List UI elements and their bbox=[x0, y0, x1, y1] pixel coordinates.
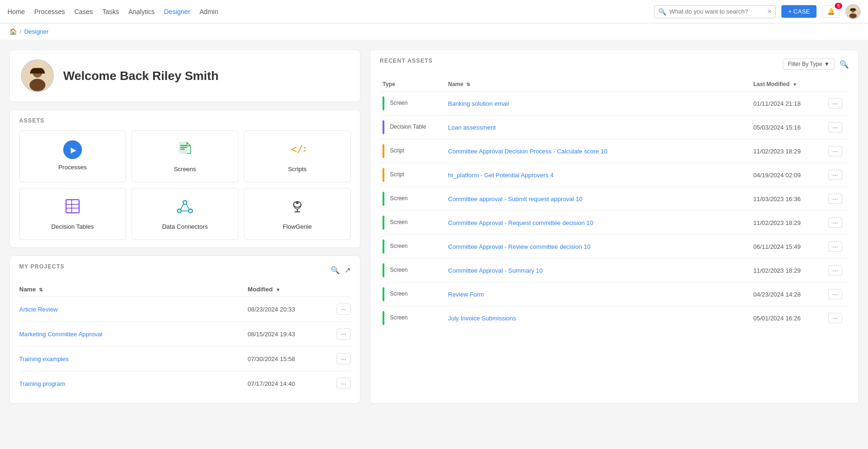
nav-cases[interactable]: Cases bbox=[74, 8, 93, 15]
search-clear-button[interactable]: × bbox=[767, 7, 772, 16]
asset-decision-tables[interactable]: Decision Tables bbox=[19, 188, 126, 240]
asset-type-label: Screen bbox=[390, 195, 408, 202]
nav-tasks[interactable]: Tasks bbox=[102, 8, 119, 15]
modified-sort-icon[interactable]: ▼ bbox=[793, 82, 797, 87]
asset-name-cell: Committee Approval - Summary 10 bbox=[445, 259, 750, 282]
asset-type-cell: Screen bbox=[380, 282, 445, 306]
projects-table-header: Name ⇅ Modified ▼ bbox=[19, 282, 351, 297]
asset-modified-cell: 04/23/2024 14:28 bbox=[750, 282, 825, 306]
welcome-title: Welcome Back Riley Smith bbox=[63, 69, 219, 83]
search-input[interactable] bbox=[669, 8, 767, 15]
asset-name-cell: Committee Approval - Request committee d… bbox=[445, 211, 750, 235]
project-name[interactable]: Training examples bbox=[19, 355, 248, 362]
user-avatar[interactable] bbox=[846, 4, 861, 19]
asset-options-button[interactable]: ··· bbox=[828, 194, 842, 204]
asset-processes[interactable]: Processes bbox=[19, 130, 126, 182]
recent-asset-row: Screen Committee Approval - Request comm… bbox=[380, 211, 849, 235]
breadcrumb-designer[interactable]: Designer bbox=[24, 28, 49, 35]
notifications-badge: 6 bbox=[835, 3, 842, 9]
asset-actions-cell: ··· bbox=[825, 211, 849, 235]
name-sort-icon[interactable]: ⇅ bbox=[466, 82, 470, 87]
asset-actions-cell: ··· bbox=[825, 92, 849, 116]
case-button[interactable]: + CASE bbox=[781, 5, 817, 18]
projects-section-title: MY PROJECTS bbox=[19, 263, 65, 270]
nav-admin[interactable]: Admin bbox=[199, 8, 218, 15]
svg-point-17 bbox=[189, 209, 192, 213]
recent-asset-row: Screen July Invoice Submissions 05/01/20… bbox=[380, 306, 849, 330]
asset-scripts[interactable]: </> Scripts bbox=[244, 130, 351, 182]
asset-name-link[interactable]: Banking solution email bbox=[448, 100, 509, 107]
asset-type-cell: Screen bbox=[380, 259, 445, 282]
modified-sort-icon[interactable]: ▼ bbox=[276, 287, 280, 292]
project-options-button[interactable]: ··· bbox=[337, 304, 351, 315]
asset-options-button[interactable]: ··· bbox=[828, 265, 842, 275]
nav-processes[interactable]: Processes bbox=[34, 8, 65, 15]
asset-options-button[interactable]: ··· bbox=[828, 289, 842, 299]
asset-actions-cell: ··· bbox=[825, 139, 849, 163]
processes-label: Processes bbox=[59, 164, 87, 171]
asset-type-cell: Screen bbox=[380, 187, 445, 211]
asset-options-button[interactable]: ··· bbox=[828, 217, 842, 228]
asset-screens[interactable]: Screens bbox=[132, 130, 238, 182]
asset-modified-cell: 11/02/2023 18:29 bbox=[750, 211, 825, 235]
scripts-label: Scripts bbox=[288, 166, 307, 173]
flowgenie-icon bbox=[289, 198, 306, 218]
project-name[interactable]: Marketing Committee Approval bbox=[19, 331, 248, 338]
project-modified: 07/30/2024 15:58 bbox=[248, 355, 332, 362]
asset-flowgenie[interactable]: FlowGenie bbox=[244, 188, 351, 240]
asset-name-link[interactable]: hr_platform - Get Potential Approvers 4 bbox=[448, 172, 553, 179]
asset-name-link[interactable]: Review Form bbox=[448, 291, 484, 298]
asset-options-button[interactable]: ··· bbox=[828, 241, 842, 252]
asset-name-link[interactable]: Committee approval - Submit request appr… bbox=[448, 196, 582, 203]
asset-options-button[interactable]: ··· bbox=[828, 146, 842, 156]
asset-modified-cell: 11/02/2023 18:29 bbox=[750, 259, 825, 282]
project-options-button[interactable]: ··· bbox=[337, 378, 351, 389]
asset-type-label: Script bbox=[390, 171, 405, 178]
name-sort-icon[interactable]: ⇅ bbox=[39, 287, 43, 292]
screens-icon bbox=[177, 140, 193, 161]
asset-modified-cell: 11/03/2023 16:36 bbox=[750, 187, 825, 211]
scripts-icon: </> bbox=[289, 140, 306, 161]
filter-by-type-button[interactable]: Filter By Type ▼ bbox=[783, 58, 835, 70]
breadcrumb-home-icon[interactable]: 🏠 bbox=[9, 28, 17, 35]
asset-options-button[interactable]: ··· bbox=[828, 122, 842, 132]
asset-name-link[interactable]: Committee Approval - Summary 10 bbox=[448, 267, 543, 274]
svg-rect-7 bbox=[180, 145, 187, 146]
asset-name-link[interactable]: Loan assessment bbox=[448, 124, 496, 131]
nav-analytics[interactable]: Analytics bbox=[128, 8, 154, 15]
project-modified: 07/17/2024 14:40 bbox=[248, 380, 332, 387]
project-name[interactable]: Article Review bbox=[19, 306, 248, 313]
search-projects-button[interactable]: 🔍 bbox=[331, 266, 340, 275]
asset-name-link[interactable]: Committee Approval Decision Process - Ca… bbox=[448, 148, 607, 155]
asset-name-link[interactable]: July Invoice Submissions bbox=[448, 315, 516, 322]
open-projects-button[interactable]: ↗ bbox=[345, 266, 351, 275]
search-recent-button[interactable]: 🔍 bbox=[839, 60, 849, 69]
asset-data-connectors[interactable]: Data Connectors bbox=[132, 188, 238, 240]
breadcrumb: 🏠 / Designer bbox=[0, 23, 868, 40]
project-options-button[interactable]: ··· bbox=[337, 353, 351, 364]
nav-home[interactable]: Home bbox=[7, 8, 25, 15]
data-connectors-icon bbox=[177, 198, 193, 218]
breadcrumb-separator: / bbox=[20, 28, 22, 35]
recent-assets-header: RECENT ASSETS Filter By Type ▼ 🔍 bbox=[380, 58, 849, 71]
asset-options-button[interactable]: ··· bbox=[828, 170, 842, 180]
project-row: Marketing Committee Approval 08/15/2024 … bbox=[19, 322, 351, 347]
projects-table: Article Review 08/23/2024 20:33 ··· Mark… bbox=[19, 297, 351, 396]
asset-type-label: Screen bbox=[390, 267, 408, 273]
asset-type-cell: Script bbox=[380, 139, 445, 163]
search-icon: 🔍 bbox=[658, 8, 666, 15]
asset-options-button[interactable]: ··· bbox=[828, 313, 842, 323]
notifications-button[interactable]: 🔔 6 bbox=[822, 5, 840, 18]
asset-name-link[interactable]: Committee Approval - Review committee de… bbox=[448, 243, 590, 250]
asset-name-cell: Committee Approval Decision Process - Ca… bbox=[445, 139, 750, 163]
project-name[interactable]: Training program bbox=[19, 380, 248, 387]
type-indicator bbox=[383, 96, 384, 110]
type-indicator bbox=[383, 144, 384, 158]
type-indicator bbox=[383, 287, 384, 301]
nav-designer[interactable]: Designer bbox=[164, 8, 190, 15]
asset-options-button[interactable]: ··· bbox=[828, 98, 842, 109]
project-options-button[interactable]: ··· bbox=[337, 328, 351, 340]
recent-assets-panel: RECENT ASSETS Filter By Type ▼ 🔍 Type Na… bbox=[370, 50, 859, 404]
asset-modified-cell: 05/01/2024 16:26 bbox=[750, 306, 825, 330]
asset-name-link[interactable]: Committee Approval - Request committee d… bbox=[448, 219, 593, 226]
